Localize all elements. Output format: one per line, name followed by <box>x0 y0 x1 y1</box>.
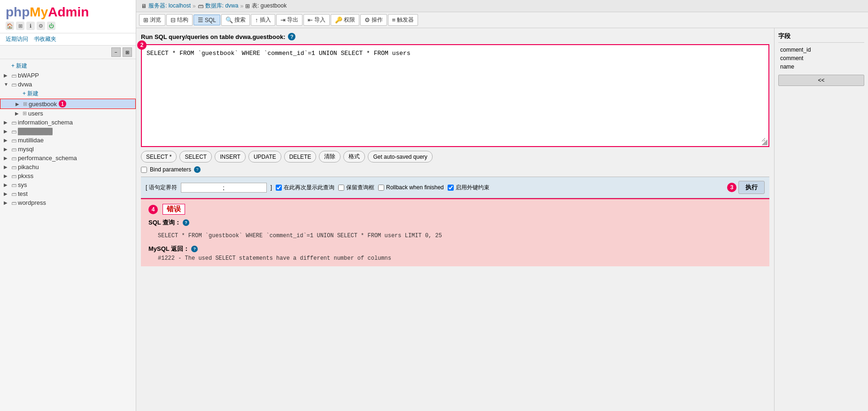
sidebar-collapse-btn[interactable]: − <box>111 47 121 57</box>
search-button[interactable]: 🔍 搜索 <box>221 14 250 26</box>
recent-visits-link[interactable]: 近期访问 <box>6 35 28 43</box>
sidebar-item-label: pikachu <box>18 163 39 171</box>
delimiter-input[interactable] <box>181 183 267 193</box>
delete-button[interactable]: DELETE <box>284 151 317 163</box>
db-icon: 🗃 <box>11 182 16 188</box>
step-badge-1: 1 <box>59 100 66 108</box>
insert-button[interactable]: ↑ 插入 <box>251 14 275 26</box>
db-icon: 🗃 <box>11 138 16 143</box>
fields-title: 字段 <box>778 32 864 43</box>
sidebar-item-guestbook[interactable]: ▶ ⊞ guestbook 1 <box>0 99 136 109</box>
table-icon: ⊞ <box>23 101 27 107</box>
bind-params-label: Bind parameters <box>150 166 191 173</box>
breadcrumb-table: 表: guestbook <box>252 2 287 10</box>
expand-icon: ▶ <box>4 173 11 178</box>
sidebar-item-dvwa-new[interactable]: + 新建 <box>0 89 136 99</box>
sidebar-item-pkxss[interactable]: ▶ 🗃 pkxss <box>0 171 136 180</box>
foreign-key-option: 启用外键约束 <box>448 184 489 192</box>
logo-admin: Admin <box>48 5 89 19</box>
logo-php: php <box>6 5 30 19</box>
run-sql-info-icon[interactable]: ? <box>288 33 295 40</box>
expand-icon: ▶ <box>16 101 23 107</box>
insert-sql-button[interactable]: INSERT <box>215 151 246 163</box>
expand-icon: ▶ <box>4 200 11 205</box>
sidebar-item-mutillidae[interactable]: ▶ 🗃 mutillidae <box>0 136 136 145</box>
sidebar-item-users[interactable]: ▶ ⊞ users <box>0 109 136 118</box>
structure-icon: ⊟ <box>170 16 176 23</box>
privileges-icon: 🔑 <box>335 16 342 23</box>
sidebar-item-new-top[interactable]: + 新建 <box>0 61 136 71</box>
operations-icon: ⚙ <box>364 16 370 23</box>
bind-params-row: Bind parameters ? <box>141 166 769 173</box>
sidebar-item-performance-schema[interactable]: ▶ 🗃 performance_schema <box>0 154 136 163</box>
field-item-name[interactable]: name <box>778 62 864 71</box>
show-again-checkbox[interactable] <box>276 185 282 191</box>
sidebar-item-bwapp[interactable]: ▶ 🗃 bWAPP <box>0 71 136 80</box>
sidebar-tree: + 新建 ▶ 🗃 bWAPP ▼ 🗃 dvwa + 新建 ▶ ⊞ guestbo… <box>0 59 136 411</box>
keep-query-label: 保留查询框 <box>346 184 374 192</box>
expand-icon: ▼ <box>4 82 11 87</box>
browse-icon: ⊞ <box>143 16 148 23</box>
info-icon[interactable]: ℹ <box>26 22 35 30</box>
sidebar-item-test[interactable]: ▶ 🗃 test <box>0 189 136 198</box>
settings-icon[interactable]: ⚙ <box>37 22 45 30</box>
keep-query-checkbox[interactable] <box>338 185 344 191</box>
db-icon: 🗃 <box>11 147 16 152</box>
sidebar-item-label: users <box>28 110 43 117</box>
dvwa-new-label: + 新建 <box>23 90 39 98</box>
field-item-comment-id[interactable]: comment_id <box>778 46 864 54</box>
auto-saved-button[interactable]: Get auto-saved query <box>368 151 432 163</box>
bind-params-info-icon[interactable]: ? <box>194 166 201 173</box>
triggers-button[interactable]: ≡ 触发器 <box>388 14 418 26</box>
sep1: » <box>193 3 196 9</box>
breadcrumb-db[interactable]: 数据库: dvwa <box>205 2 239 10</box>
sidebar-item-mysql[interactable]: ▶ 🗃 mysql <box>0 145 136 154</box>
sidebar-item-label: sys <box>18 181 27 188</box>
db-icon: 🗃 <box>11 200 16 206</box>
sidebar-pin-btn[interactable]: ⊞ <box>123 47 132 57</box>
breadcrumb-table-icon: ⊞ <box>245 3 250 9</box>
sidebar-item-information-schema[interactable]: ▶ 🗃 information_schema <box>0 118 136 127</box>
structure-button[interactable]: ⊟ 结构 <box>166 14 193 26</box>
privileges-button[interactable]: 🔑 权限 <box>331 14 359 26</box>
sidebar-item-masked[interactable]: ▶ 🗃 ████████ <box>0 127 136 136</box>
execute-button[interactable]: 执行 <box>738 181 765 194</box>
sql-textarea[interactable] <box>145 48 766 142</box>
sql-query-container: 2 <box>141 44 769 147</box>
sql-button[interactable]: ☰ SQL <box>194 15 220 25</box>
bind-params-checkbox[interactable] <box>141 167 147 173</box>
select-star-button[interactable]: SELECT * <box>141 151 177 163</box>
sidebar-item-label: pkxss <box>18 172 33 179</box>
sidebar-item-wordpress[interactable]: ▶ 🗃 wordpress <box>0 198 136 207</box>
update-button[interactable]: UPDATE <box>248 151 281 163</box>
error-info-icon[interactable]: ? <box>183 219 189 226</box>
rollback-checkbox[interactable] <box>378 185 384 191</box>
collapse-fields-button[interactable]: << <box>778 75 864 86</box>
breadcrumb-server[interactable]: 服务器: localhost <box>148 2 191 10</box>
browse-button[interactable]: ⊞ 浏览 <box>139 14 165 26</box>
sidebar-item-pikachu[interactable]: ▶ 🗃 pikachu <box>0 163 136 171</box>
mysql-return-info-icon[interactable]: ? <box>191 246 198 252</box>
field-item-comment[interactable]: comment <box>778 54 864 62</box>
sidebar-item-sys[interactable]: ▶ 🗃 sys <box>0 180 136 189</box>
exit-icon[interactable]: ⏻ <box>47 22 55 30</box>
error-title: 错误 <box>163 204 185 215</box>
home-icon[interactable]: 🏠 <box>6 22 14 30</box>
clear-button[interactable]: 清除 <box>319 151 341 163</box>
delimiter-close: ] <box>271 184 272 191</box>
star-icon[interactable]: ⊞ <box>16 22 24 30</box>
mysql-error-message: #1222 - The used SELECT statements have … <box>148 255 762 262</box>
resize-handle[interactable] <box>762 140 767 145</box>
table-icon: ⊞ <box>23 110 27 116</box>
bookmarks-link[interactable]: 书收藏夹 <box>34 35 56 43</box>
sql-label: SQL <box>205 17 216 23</box>
foreign-key-checkbox[interactable] <box>448 185 454 191</box>
export-button[interactable]: ⇥ 导出 <box>276 14 302 26</box>
sidebar-item-dvwa[interactable]: ▼ 🗃 dvwa <box>0 80 136 89</box>
import-button[interactable]: ⇤ 导入 <box>303 14 330 26</box>
sidebar-item-label: wordpress <box>18 199 46 206</box>
select-button[interactable]: SELECT <box>179 151 212 163</box>
operations-label: 操作 <box>372 16 383 24</box>
operations-button[interactable]: ⚙ 操作 <box>360 14 387 26</box>
format-button[interactable]: 格式 <box>343 151 365 163</box>
